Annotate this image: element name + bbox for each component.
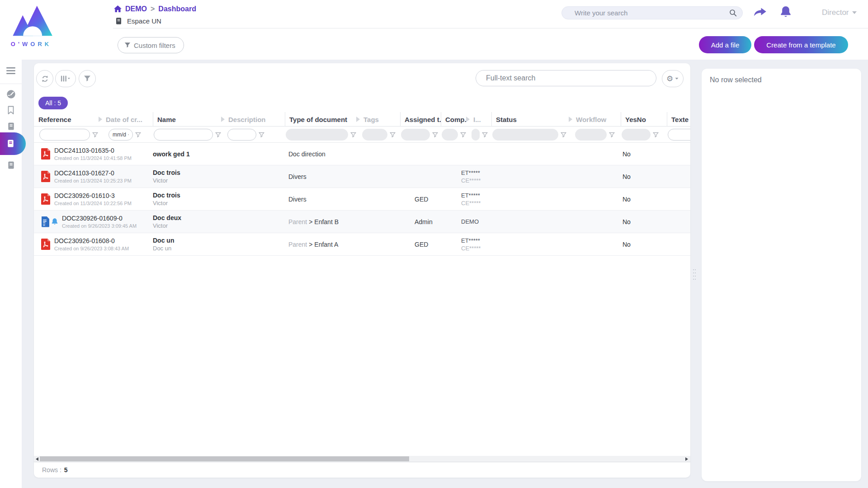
document-name: Doc un — [153, 237, 174, 244]
column-header-company[interactable]: Comp... — [441, 112, 466, 127]
grid-filter-button[interactable] — [79, 70, 96, 87]
panel-resize-handle[interactable] — [693, 269, 697, 281]
reference-filter-input[interactable] — [39, 129, 90, 141]
column-header-yesno[interactable]: YesNo — [621, 112, 667, 127]
column-header-status[interactable]: Status — [491, 112, 569, 127]
description-filter-input[interactable] — [227, 129, 256, 141]
all-rows-badge[interactable]: All : 5 — [38, 97, 68, 109]
space-label-row: Espace UN — [115, 17, 161, 25]
horizontal-scrollbar[interactable] — [34, 456, 690, 462]
document-company: DEMO — [461, 218, 466, 225]
breadcrumb: DEMO > Dashboard — [114, 5, 196, 13]
column-header-tags[interactable]: Tags — [356, 112, 400, 127]
share-icon — [753, 7, 767, 19]
column-header-assigned[interactable]: Assigned t... — [400, 112, 441, 127]
assigned-filter-input[interactable] — [401, 129, 430, 141]
search-icon[interactable] — [729, 9, 737, 17]
funnel-icon — [124, 42, 131, 48]
scrollbar-thumb[interactable] — [40, 456, 409, 461]
filter-funnel-icon[interactable] — [390, 132, 396, 138]
scroll-left-arrow[interactable] — [34, 456, 40, 462]
document-name: Doc trois — [153, 169, 180, 176]
file-pdf-icon — [41, 238, 51, 250]
type-filter-input[interactable] — [286, 129, 348, 141]
table-row[interactable]: DOC230926-01610-3 Created on 11/3/2024 1… — [34, 188, 690, 211]
create-from-template-button[interactable]: Create from a template — [754, 36, 848, 53]
document-company-sub: CE***** — [461, 245, 466, 252]
document-type: > Enfant B — [309, 218, 339, 225]
book-icon — [7, 161, 15, 169]
filter-funnel-icon[interactable] — [482, 132, 488, 138]
document-reference: DOC230926-01608-0 — [54, 237, 129, 244]
column-chooser-button[interactable] — [55, 70, 76, 87]
breadcrumb-current[interactable]: Dashboard — [158, 5, 196, 13]
document-company: ET***** — [461, 169, 466, 176]
status-filter-input[interactable] — [492, 129, 558, 141]
date-filter-input[interactable]: mm/d — [108, 129, 133, 141]
company-filter-input[interactable] — [442, 129, 458, 141]
filter-funnel-icon[interactable] — [350, 132, 356, 138]
i-filter-input[interactable] — [472, 129, 480, 141]
column-header-workflow[interactable]: Workflow — [569, 112, 621, 127]
custom-filters-button[interactable]: Custom filters — [118, 37, 184, 53]
chevron-down-icon — [852, 11, 857, 14]
tags-filter-input[interactable] — [362, 129, 387, 141]
grid-settings-button[interactable]: ⚙ — [662, 70, 684, 87]
share-button[interactable] — [753, 7, 767, 20]
column-header-name[interactable]: Name — [153, 112, 221, 127]
notifications-button[interactable] — [779, 5, 792, 20]
app-logo[interactable]: O'WORK — [6, 4, 56, 47]
custom-filters-label: Custom filters — [134, 42, 175, 49]
sidebar-item-ged-active[interactable] — [0, 132, 26, 155]
sidebar-toggle-button[interactable] — [0, 67, 22, 75]
document-name-sub: Victor — [153, 200, 221, 206]
document-reference: DOC230926-01610-3 — [54, 192, 132, 199]
table-row[interactable]: DOC241103-01635-0 Created on 11/3/2024 1… — [34, 143, 690, 165]
sort-arrow-icon — [466, 117, 470, 122]
workflow-filter-input[interactable] — [575, 129, 607, 141]
filter-funnel-icon[interactable] — [92, 132, 98, 138]
filter-funnel-icon[interactable] — [561, 132, 566, 138]
sidebar-item-archives[interactable] — [0, 161, 22, 169]
no-row-selected-text: No row selected — [710, 76, 853, 84]
column-header-reference[interactable]: Reference — [38, 112, 99, 127]
filter-funnel-icon[interactable] — [653, 132, 659, 138]
global-search-input[interactable] — [562, 9, 729, 17]
funnel-icon — [84, 75, 91, 82]
sidebar-item-dashboard[interactable] — [0, 89, 22, 99]
user-role-label: Director — [822, 8, 849, 17]
refresh-button[interactable] — [36, 70, 53, 87]
name-filter-input[interactable] — [154, 129, 213, 141]
sort-arrow-icon — [569, 117, 572, 122]
sidebar-item-bookmarks[interactable] — [0, 106, 22, 115]
notifications-bell-icon — [779, 5, 792, 19]
scroll-right-arrow[interactable] — [684, 456, 689, 462]
document-type: Divers — [288, 173, 307, 180]
table-row[interactable]: DOC241103-01627-0 Created on 11/3/2024 1… — [34, 165, 690, 188]
header-divider — [113, 28, 868, 28]
yesno-filter-input[interactable] — [622, 129, 651, 141]
filter-funnel-icon[interactable] — [135, 132, 141, 138]
breadcrumb-root[interactable]: DEMO — [125, 5, 147, 13]
sidebar-item-documents[interactable] — [0, 122, 22, 131]
table-row[interactable]: DOC230926-01608-0 Created on 9/26/2023 3… — [34, 233, 690, 256]
column-header-i[interactable]: I... — [466, 112, 491, 127]
space-book-icon — [115, 17, 123, 25]
column-header-type[interactable]: Type of document — [285, 112, 356, 127]
column-header-description[interactable]: Description — [221, 112, 285, 127]
document-company: ET***** — [461, 237, 466, 244]
filter-funnel-icon[interactable] — [215, 132, 221, 138]
filter-funnel-icon[interactable] — [432, 132, 438, 138]
add-file-button[interactable]: Add a file — [699, 36, 751, 53]
column-header-date[interactable]: Date of cr... — [99, 112, 153, 127]
document-grid-card: ⚙ All : 5 Reference Date of cr... Name D… — [34, 63, 690, 478]
column-header-texte[interactable]: Texte — [667, 112, 690, 127]
filter-funnel-icon[interactable] — [460, 132, 466, 138]
fulltext-search-input[interactable] — [476, 70, 656, 86]
user-role-menu[interactable]: Director — [822, 8, 857, 17]
texte-filter-input[interactable] — [668, 129, 690, 141]
document-yesno: No — [621, 196, 667, 203]
filter-funnel-icon[interactable] — [259, 132, 264, 138]
table-row[interactable]: w DOC230926-01609-0 Created on 9/26/2023… — [34, 211, 690, 233]
filter-funnel-icon[interactable] — [609, 132, 615, 138]
